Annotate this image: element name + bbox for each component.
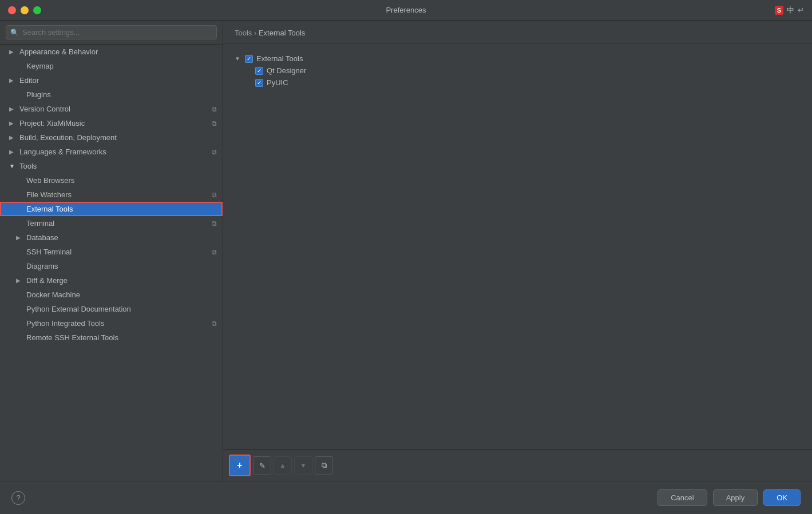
sidebar-item-plugins[interactable]: Plugins <box>0 87 223 102</box>
sidebar-item-label: File Watchers <box>26 190 212 199</box>
badge-icon: ⧉ <box>212 248 217 256</box>
tree-node-label: PyUIC <box>267 78 288 87</box>
sidebar-item-label: Terminal <box>26 219 212 228</box>
tree-node-label: External Tools <box>256 54 303 63</box>
bottom-left: ? <box>11 491 25 505</box>
title-bar-right: S 中 ↵ <box>775 5 804 15</box>
tree-arrow-icon: ▼ <box>235 55 244 62</box>
sidebar-item-label: Build, Execution, Deployment <box>19 133 217 142</box>
arrow-icon: ▶ <box>9 49 17 55</box>
badge-icon: ⧉ <box>212 105 217 113</box>
window-title: Preferences <box>386 6 426 14</box>
tree-node-external-tools-root[interactable]: ▼ External Tools <box>235 53 801 65</box>
tree-node-label: Qt Designer <box>267 66 306 75</box>
sidebar-item-appearance[interactable]: ▶ Appearance & Behavior <box>0 45 223 59</box>
title-bar: Preferences S 中 ↵ <box>0 0 812 21</box>
arrow-icon: ▶ <box>9 106 17 112</box>
move-down-button[interactable]: ▼ <box>294 456 312 475</box>
sidebar-item-label: Remote SSH External Tools <box>26 333 217 342</box>
sidebar-item-editor[interactable]: ▶ Editor <box>0 73 223 87</box>
breadcrumb-current: External Tools <box>259 29 305 37</box>
search-box: 🔍 <box>0 21 223 45</box>
content-toolbar: + ✎ ▲ ▼ ⧉ <box>223 449 812 481</box>
close-button[interactable] <box>8 6 16 14</box>
badge-icon: ⧉ <box>212 220 217 228</box>
sidebar-item-label: Project: XiaMiMusic <box>19 119 212 127</box>
search-icon: 🔍 <box>10 29 19 37</box>
sidebar-item-python-ext-docs[interactable]: Python External Documentation <box>0 302 223 316</box>
content-body: ▼ External Tools Qt Designer PyUIC <box>223 43 812 449</box>
sidebar-item-ssh-terminal[interactable]: SSH Terminal ⧉ <box>0 245 223 259</box>
help-button[interactable]: ? <box>11 491 25 505</box>
bottom-right: Cancel Apply OK <box>657 489 801 506</box>
arrow-icon: ▶ <box>16 234 24 241</box>
ok-button[interactable]: OK <box>763 489 801 506</box>
sidebar-item-external-tools[interactable]: External Tools <box>0 202 223 216</box>
arrow-icon: ▶ <box>9 134 17 141</box>
sidebar-item-database[interactable]: ▶ Database <box>0 230 223 245</box>
badge-icon: ⧉ <box>212 119 217 127</box>
apply-button[interactable]: Apply <box>713 489 758 506</box>
add-button[interactable]: + <box>229 455 251 476</box>
search-input[interactable] <box>6 25 217 39</box>
sidebar-item-label: Docker Machine <box>26 290 217 299</box>
chinese-icon: 中 <box>787 5 794 15</box>
input-icon: ↵ <box>798 6 804 14</box>
maximize-button[interactable] <box>33 6 41 14</box>
checkbox-pyuic[interactable] <box>255 79 263 87</box>
badge-icon: ⧉ <box>212 148 217 156</box>
sidebar-item-label: Appearance & Behavior <box>19 47 217 56</box>
sidebar-item-remote-ssh[interactable]: Remote SSH External Tools <box>0 330 223 345</box>
checkbox-qt-designer[interactable] <box>255 67 263 75</box>
sidebar-item-diagrams[interactable]: Diagrams <box>0 259 223 273</box>
window-controls <box>8 6 41 14</box>
bottom-bar: ? Cancel Apply OK <box>0 481 812 514</box>
sidebar-item-label: Version Control <box>19 105 212 113</box>
sidebar-item-terminal[interactable]: Terminal ⧉ <box>0 216 223 230</box>
sidebar-item-label: Python Integrated Tools <box>26 319 212 328</box>
arrow-icon: ▶ <box>9 120 17 126</box>
copy-button[interactable]: ⧉ <box>315 456 333 475</box>
sidebar-item-label: Plugins <box>26 90 217 99</box>
sidebar-item-label: Keymap <box>26 62 217 70</box>
sidebar-item-keymap[interactable]: Keymap <box>0 59 223 73</box>
checkbox-external-tools[interactable] <box>245 55 253 63</box>
main-layout: 🔍 ▶ Appearance & Behavior Keymap ▶ Edito… <box>0 21 812 481</box>
minimize-button[interactable] <box>21 6 29 14</box>
sidebar: 🔍 ▶ Appearance & Behavior Keymap ▶ Edito… <box>0 21 223 481</box>
arrow-icon: ▶ <box>16 277 24 284</box>
tree-node-pyuic[interactable]: PyUIC <box>235 77 801 89</box>
sidebar-item-python-int-tools[interactable]: Python Integrated Tools ⧉ <box>0 316 223 330</box>
sidebar-item-label: Web Browsers <box>26 176 217 185</box>
edit-button[interactable]: ✎ <box>253 456 271 475</box>
sidebar-item-tools[interactable]: ▼ Tools <box>0 159 223 173</box>
sidebar-item-label: Diagrams <box>26 262 217 270</box>
sidebar-item-diff-merge[interactable]: ▶ Diff & Merge <box>0 273 223 288</box>
sidebar-list: ▶ Appearance & Behavior Keymap ▶ Editor … <box>0 45 223 481</box>
arrow-icon: ▼ <box>9 163 17 169</box>
sidebar-item-label: SSH Terminal <box>26 248 212 256</box>
sidebar-item-label: Database <box>26 233 217 242</box>
sidebar-item-label: Python External Documentation <box>26 305 217 313</box>
sidebar-item-docker-machine[interactable]: Docker Machine <box>0 288 223 302</box>
tree-node-qt-designer[interactable]: Qt Designer <box>235 65 801 77</box>
sidebar-item-languages[interactable]: ▶ Languages & Frameworks ⧉ <box>0 145 223 159</box>
sidebar-item-version-control[interactable]: ▶ Version Control ⧉ <box>0 102 223 116</box>
cancel-button[interactable]: Cancel <box>657 489 707 506</box>
sidebar-item-file-watchers[interactable]: File Watchers ⧉ <box>0 188 223 202</box>
sidebar-item-label: Editor <box>19 76 217 85</box>
sidebar-item-build[interactable]: ▶ Build, Execution, Deployment <box>0 130 223 145</box>
content-area: Tools › External Tools ▼ External Tools … <box>223 21 812 481</box>
sidebar-item-project[interactable]: ▶ Project: XiaMiMusic ⧉ <box>0 116 223 130</box>
breadcrumb-parent: Tools <box>235 29 252 37</box>
sidebar-item-web-browsers[interactable]: Web Browsers <box>0 173 223 188</box>
breadcrumb-separator: › <box>254 29 259 37</box>
sidebar-item-label: Languages & Frameworks <box>19 148 212 156</box>
move-up-button[interactable]: ▲ <box>274 456 292 475</box>
arrow-icon: ▶ <box>9 77 17 83</box>
breadcrumb: Tools › External Tools <box>223 21 812 43</box>
sougou-icon: S <box>775 6 783 15</box>
arrow-icon: ▶ <box>9 149 17 155</box>
badge-icon: ⧉ <box>212 320 217 328</box>
sidebar-item-label: Diff & Merge <box>26 276 217 285</box>
